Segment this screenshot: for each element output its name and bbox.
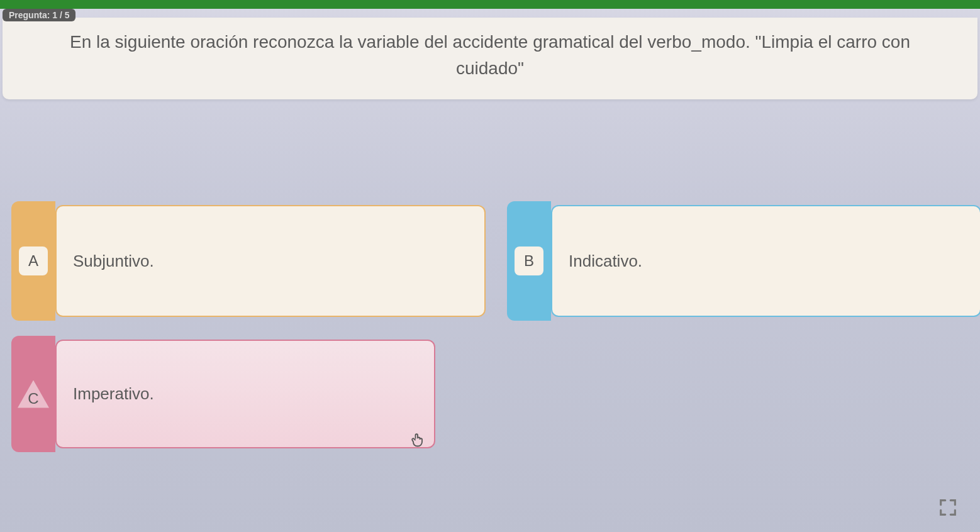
option-c-text: Imperativo. [73,384,154,404]
option-b-text: Indicativo. [569,252,642,271]
option-c-letter: C [18,380,49,408]
option-a-text: Subjuntivo. [73,252,154,271]
option-b-body: Indicativo. [551,205,980,317]
option-a-body: Subjuntivo. [55,205,486,317]
top-green-bar [0,0,980,9]
option-b-letter: B [515,247,543,275]
option-a-letter: A [19,247,48,275]
question-card: En la siguiente oración reconozca la var… [3,18,977,99]
answers-grid: A Subjuntivo. B Indicativo. C Imperativo… [11,201,980,452]
question-text: En la siguiente oración reconozca la var… [40,29,940,82]
option-b[interactable]: B Indicativo. [507,201,980,321]
option-a-tab: A [11,201,55,321]
option-b-tab: B [507,201,551,321]
option-c-tab: C [11,336,55,452]
option-c[interactable]: C Imperativo. [11,336,439,452]
option-c-body: Imperativo. [55,340,435,448]
option-a[interactable]: A Subjuntivo. [11,201,489,321]
progress-badge: Pregunta: 1 / 5 [3,9,75,21]
fullscreen-icon[interactable] [937,497,959,518]
